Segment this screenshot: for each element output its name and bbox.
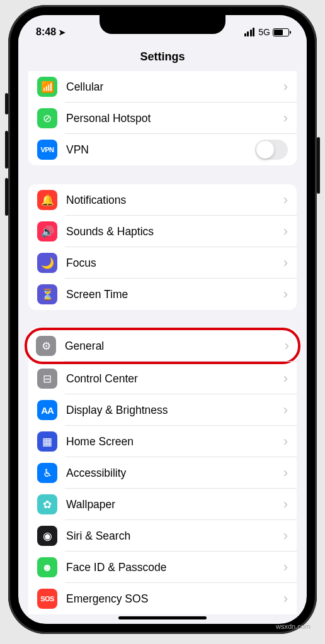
row-face-id-passcode[interactable]: ☻Face ID & Passcode› (28, 552, 297, 583)
row-label: Accessibility (66, 467, 283, 480)
settings-group-general: ⚙General›⊟Control Center›AADisplay & Bri… (28, 328, 297, 614)
sos-icon: SOS (37, 589, 57, 609)
switches-icon: ⊟ (37, 369, 57, 389)
faceid-icon: ☻ (37, 557, 57, 577)
power-button (317, 137, 320, 194)
chevron-right-icon: › (283, 79, 288, 95)
row-focus[interactable]: 🌙Focus› (28, 247, 297, 279)
row-sounds-haptics[interactable]: 🔊Sounds & Haptics› (28, 216, 297, 247)
chevron-right-icon: › (283, 528, 288, 544)
row-siri-search[interactable]: ◉Siri & Search› (28, 520, 297, 552)
chevron-right-icon: › (285, 338, 289, 354)
location-icon: ➤ (59, 28, 66, 37)
network-label: 5G (258, 27, 270, 37)
row-wallpaper[interactable]: ✿Wallpaper› (28, 489, 297, 520)
page-title: Settings (18, 44, 307, 71)
speaker-icon: 🔊 (37, 221, 57, 242)
row-notifications[interactable]: 🔔Notifications› (28, 184, 297, 216)
moon-icon: 🌙 (37, 253, 57, 273)
text-size-icon: AA (37, 400, 57, 420)
mute-switch (5, 93, 8, 114)
row-emergency-sos[interactable]: SOSEmergency SOS› (28, 583, 297, 614)
row-cellular[interactable]: 📶Cellular› (28, 71, 297, 103)
flower-icon: ✿ (37, 494, 57, 514)
chevron-right-icon: › (283, 465, 288, 481)
settings-group-connectivity: 📶Cellular›⊘Personal Hotspot›VPNVPN (28, 71, 297, 165)
chevron-right-icon: › (283, 496, 288, 513)
status-right: 5G (244, 27, 289, 37)
bell-icon: 🔔 (37, 190, 57, 210)
row-vpn[interactable]: VPNVPN (28, 134, 297, 165)
phone-frame: 8:48 ➤ 5G Settings 📶Cellular›⊘Personal H… (8, 5, 317, 634)
settings-group-notifications: 🔔Notifications›🔊Sounds & Haptics›🌙Focus›… (28, 184, 297, 310)
vpn-icon: VPN (37, 140, 57, 160)
row-label: Emergency SOS (66, 592, 283, 606)
status-time: 8:48 (36, 26, 56, 38)
row-label: Control Center (66, 372, 283, 386)
siri-icon: ◉ (37, 526, 57, 546)
hourglass-icon: ⏳ (37, 284, 57, 304)
row-personal-hotspot[interactable]: ⊘Personal Hotspot› (28, 103, 297, 134)
row-label: Focus (66, 257, 283, 270)
accessibility-icon: ♿︎ (37, 463, 57, 483)
home-indicator[interactable] (118, 616, 207, 619)
row-accessibility[interactable]: ♿︎Accessibility› (28, 457, 297, 489)
chevron-right-icon: › (283, 223, 288, 240)
antenna-icon: 📶 (37, 77, 57, 97)
grid-icon: ▦ (37, 431, 57, 452)
chevron-right-icon: › (283, 591, 288, 607)
screen: 8:48 ➤ 5G Settings 📶Cellular›⊘Personal H… (18, 15, 307, 624)
row-general[interactable]: ⚙General› (25, 328, 300, 364)
chevron-right-icon: › (283, 110, 288, 126)
chevron-right-icon: › (283, 255, 288, 271)
link-icon: ⊘ (37, 108, 57, 128)
chevron-right-icon: › (283, 192, 288, 208)
gear-icon: ⚙ (36, 336, 56, 356)
row-label: Home Screen (66, 435, 283, 448)
row-label: Sounds & Haptics (66, 225, 283, 238)
chevron-right-icon: › (283, 433, 288, 450)
row-label: General (65, 340, 285, 353)
toggle-vpn[interactable] (255, 140, 288, 160)
volume-up-button (5, 131, 8, 169)
chevron-right-icon: › (283, 559, 288, 575)
volume-down-button (5, 178, 8, 216)
status-left: 8:48 ➤ (36, 26, 66, 38)
row-label: Cellular (66, 80, 283, 94)
row-display-brightness[interactable]: AADisplay & Brightness› (28, 394, 297, 426)
row-label: Face ID & Passcode (66, 561, 283, 574)
row-label: Display & Brightness (66, 404, 283, 417)
row-home-screen[interactable]: ▦Home Screen› (28, 426, 297, 457)
watermark: wsxdn.com (276, 623, 311, 630)
row-screen-time[interactable]: ⏳Screen Time› (28, 279, 297, 310)
row-control-center[interactable]: ⊟Control Center› (28, 363, 297, 394)
row-label: Personal Hotspot (66, 112, 283, 125)
chevron-right-icon: › (283, 286, 288, 303)
row-label: Siri & Search (66, 530, 283, 543)
signal-icon (244, 28, 255, 36)
row-label: Screen Time (66, 288, 283, 301)
settings-list[interactable]: 📶Cellular›⊘Personal Hotspot›VPNVPN🔔Notif… (18, 71, 307, 614)
battery-icon (273, 28, 289, 36)
chevron-right-icon: › (283, 402, 288, 418)
notch (100, 15, 225, 34)
row-label: Notifications (66, 194, 283, 207)
row-label: Wallpaper (66, 498, 283, 511)
row-label: VPN (66, 143, 255, 157)
chevron-right-icon: › (283, 370, 288, 387)
